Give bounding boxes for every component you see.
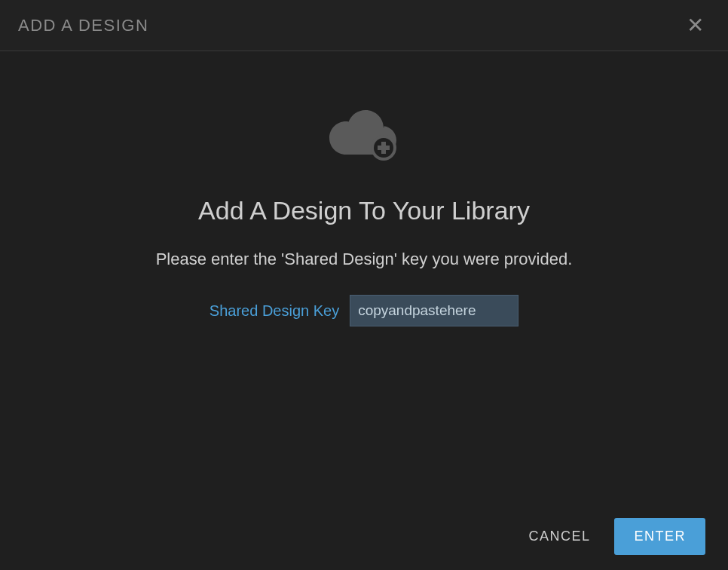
enter-button[interactable]: ENTER — [614, 518, 705, 555]
close-icon: ✕ — [687, 14, 704, 37]
add-design-modal: ADD A DESIGN ✕ Add A Design To Your Libr… — [0, 0, 728, 570]
cloud-add-icon — [329, 104, 399, 166]
modal-title: ADD A DESIGN — [18, 16, 148, 35]
design-key-input[interactable] — [350, 295, 518, 326]
input-row: Shared Design Key — [210, 295, 518, 326]
modal-body: Add A Design To Your Library Please ente… — [0, 51, 728, 502]
modal-footer: CANCEL ENTER — [0, 502, 728, 570]
close-button[interactable]: ✕ — [681, 12, 710, 39]
body-instruction: Please enter the 'Shared Design' key you… — [156, 250, 573, 269]
cancel-button[interactable]: CANCEL — [522, 518, 596, 555]
modal-header: ADD A DESIGN ✕ — [0, 0, 728, 51]
svg-rect-3 — [378, 146, 390, 150]
design-key-label: Shared Design Key — [210, 302, 339, 320]
body-heading: Add A Design To Your Library — [198, 196, 530, 225]
